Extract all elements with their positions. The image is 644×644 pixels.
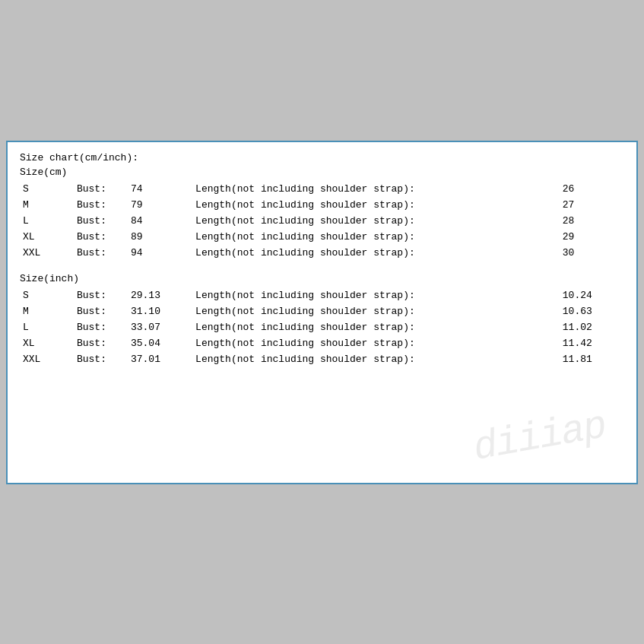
length-text: Length(not including shoulder strap): [192, 335, 560, 351]
length-text: Length(not including shoulder strap): [192, 287, 560, 303]
length-text: Length(not including shoulder strap): [192, 213, 560, 229]
size-cell: L [20, 319, 74, 335]
size-cell: M [20, 303, 74, 319]
content-box: Size chart(cm/inch): Size(cm) S Bust: 74… [6, 141, 638, 484]
length-value: 29 [560, 229, 624, 245]
size-cell: L [20, 213, 74, 229]
bust-value: 84 [128, 213, 192, 229]
table-row: XL Bust: 35.04 Length(not including shou… [20, 335, 624, 351]
size-cell: S [20, 287, 74, 303]
length-text: Length(not including shoulder strap): [192, 245, 560, 261]
length-text: Length(not including shoulder strap): [192, 197, 560, 213]
table-row: L Bust: 84 Length(not including shoulder… [20, 213, 624, 229]
table-row: L Bust: 33.07 Length(not including shoul… [20, 319, 624, 335]
bust-value: 37.01 [128, 351, 192, 367]
length-text: Length(not including shoulder strap): [192, 303, 560, 319]
length-value: 10.63 [560, 303, 624, 319]
bust-value: 79 [128, 197, 192, 213]
table-row: XXL Bust: 94 Length(not including should… [20, 245, 624, 261]
table-row: S Bust: 74 Length(not including shoulder… [20, 181, 624, 197]
bust-label: Bust: [74, 245, 128, 261]
length-value: 11.42 [560, 335, 624, 351]
size-cell: XXL [20, 351, 74, 367]
bust-value: 35.04 [128, 335, 192, 351]
length-value: 27 [560, 197, 624, 213]
section-gap [20, 261, 624, 271]
length-text: Length(not including shoulder strap): [192, 229, 560, 245]
size-cell: M [20, 197, 74, 213]
table-row: M Bust: 79 Length(not including shoulder… [20, 197, 624, 213]
length-value: 10.24 [560, 287, 624, 303]
bust-label: Bust: [74, 197, 128, 213]
bust-value: 74 [128, 181, 192, 197]
size-table-inch: S Bust: 29.13 Length(not including shoul… [20, 287, 624, 367]
size-cell: XL [20, 229, 74, 245]
length-text: Length(not including shoulder strap): [192, 319, 560, 335]
page-wrapper: Size chart(cm/inch): Size(cm) S Bust: 74… [0, 0, 644, 644]
bust-label: Bust: [74, 229, 128, 245]
bust-value: 94 [128, 245, 192, 261]
size-table-cm: S Bust: 74 Length(not including shoulder… [20, 181, 624, 261]
size-cell: XL [20, 335, 74, 351]
bust-label: Bust: [74, 335, 128, 351]
bust-value: 29.13 [128, 287, 192, 303]
length-value: 11.81 [560, 351, 624, 367]
size-cell: S [20, 181, 74, 197]
length-value: 28 [560, 213, 624, 229]
length-value: 11.02 [560, 319, 624, 335]
length-text: Length(not including shoulder strap): [192, 181, 560, 197]
bust-value: 89 [128, 229, 192, 245]
table-row: S Bust: 29.13 Length(not including shoul… [20, 287, 624, 303]
bust-value: 31.10 [128, 303, 192, 319]
bust-label: Bust: [74, 181, 128, 197]
length-value: 30 [560, 245, 624, 261]
length-text: Length(not including shoulder strap): [192, 351, 560, 367]
length-value: 26 [560, 181, 624, 197]
bust-value: 33.07 [128, 319, 192, 335]
size-chart-title: Size chart(cm/inch): [20, 151, 624, 165]
section-header-inch: Size(inch) [20, 273, 624, 284]
bust-label: Bust: [74, 213, 128, 229]
bust-label: Bust: [74, 287, 128, 303]
bust-label: Bust: [74, 303, 128, 319]
bust-label: Bust: [74, 351, 128, 367]
size-cell: XXL [20, 245, 74, 261]
table-row: M Bust: 31.10 Length(not including shoul… [20, 303, 624, 319]
watermark: diiiap [470, 404, 609, 471]
section-header-cm: Size(cm) [20, 167, 624, 178]
table-row: XL Bust: 89 Length(not including shoulde… [20, 229, 624, 245]
bust-label: Bust: [74, 319, 128, 335]
table-row: XXL Bust: 37.01 Length(not including sho… [20, 351, 624, 367]
